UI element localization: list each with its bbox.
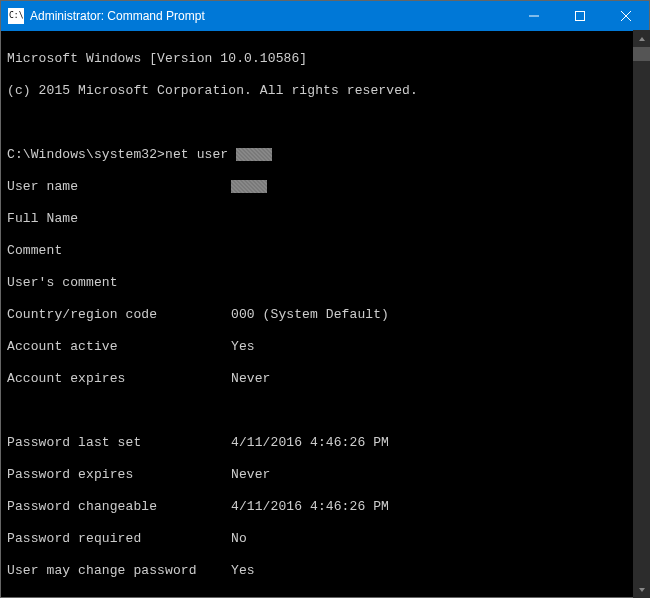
field-label: Password expires: [7, 467, 231, 483]
field-label: Password last set: [7, 435, 231, 451]
prompt-line: C:\Windows\system32>net user: [7, 147, 643, 163]
svg-marker-5: [639, 588, 645, 592]
field-label: User's comment: [7, 275, 231, 291]
prompt-path: C:\Windows\system32>: [7, 147, 165, 162]
field-row: User name: [7, 179, 643, 195]
field-row: Full Name: [7, 211, 643, 227]
window-buttons: [511, 1, 649, 31]
banner-line: (c) 2015 Microsoft Corporation. All righ…: [7, 83, 643, 99]
field-row: Password changeable4/11/2016 4:46:26 PM: [7, 499, 643, 515]
field-label: Comment: [7, 243, 231, 259]
redacted-username: [231, 180, 267, 193]
field-value: Yes: [231, 563, 255, 578]
field-row: Account activeYes: [7, 339, 643, 355]
field-label: User name: [7, 179, 231, 195]
close-button[interactable]: [603, 1, 649, 31]
svg-rect-1: [576, 12, 585, 21]
redacted-username: [236, 148, 272, 161]
field-row: User may change passwordYes: [7, 563, 643, 579]
field-value: No: [231, 531, 247, 546]
field-label: Password required: [7, 531, 231, 547]
vertical-scrollbar[interactable]: [633, 30, 650, 598]
window-title: Administrator: Command Prompt: [30, 9, 511, 23]
window-titlebar: Administrator: Command Prompt: [1, 1, 649, 31]
field-label: Password changeable: [7, 499, 231, 515]
field-value: 000 (System Default): [231, 307, 389, 322]
field-row: Comment: [7, 243, 643, 259]
cmd-icon: [8, 8, 24, 24]
field-value: 4/11/2016 4:46:26 PM: [231, 499, 389, 514]
minimize-button[interactable]: [511, 1, 557, 31]
field-row: Account expiresNever: [7, 371, 643, 387]
field-label: Full Name: [7, 211, 231, 227]
maximize-button[interactable]: [557, 1, 603, 31]
field-row: Country/region code000 (System Default): [7, 307, 643, 323]
field-row: User's comment: [7, 275, 643, 291]
field-row: Password last set4/11/2016 4:46:26 PM: [7, 435, 643, 451]
field-row: Password requiredNo: [7, 531, 643, 547]
terminal-output[interactable]: Microsoft Windows [Version 10.0.10586] (…: [1, 31, 649, 597]
scroll-up-button[interactable]: [633, 30, 650, 47]
field-value: Never: [231, 467, 271, 482]
field-row: Password expiresNever: [7, 467, 643, 483]
field-label: Account active: [7, 339, 231, 355]
banner-line: Microsoft Windows [Version 10.0.10586]: [7, 51, 643, 67]
field-value: Never: [231, 371, 271, 386]
field-label: User may change password: [7, 563, 231, 579]
scroll-down-button[interactable]: [633, 581, 650, 598]
svg-marker-4: [639, 37, 645, 41]
field-label: Account expires: [7, 371, 231, 387]
prompt-command: net user: [165, 147, 236, 162]
scroll-thumb[interactable]: [633, 47, 650, 61]
field-label: Country/region code: [7, 307, 231, 323]
field-value: 4/11/2016 4:46:26 PM: [231, 435, 389, 450]
field-value: Yes: [231, 339, 255, 354]
